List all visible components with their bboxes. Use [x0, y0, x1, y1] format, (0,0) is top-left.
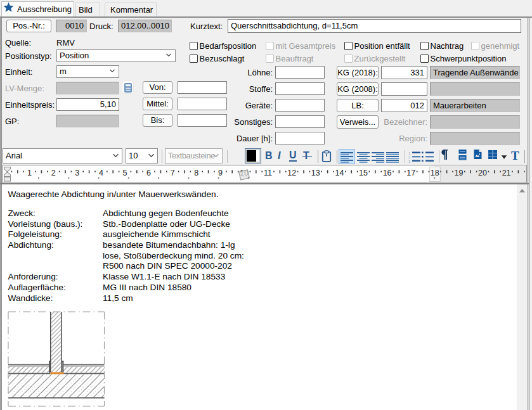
svg-text:5: 5	[123, 169, 127, 177]
svg-text:15: 15	[359, 169, 368, 177]
svg-text:4: 4	[99, 169, 103, 177]
svg-text:17: 17	[406, 169, 415, 177]
svg-text:3: 3	[408, 160, 411, 163]
svg-text:11: 11	[264, 169, 272, 177]
svg-text:9: 9	[218, 169, 223, 177]
svg-text:14: 14	[335, 169, 344, 177]
svg-text:20: 20	[478, 169, 487, 177]
svg-text:1: 1	[408, 151, 411, 155]
svg-text:7: 7	[171, 169, 175, 177]
svg-text:2: 2	[51, 169, 56, 177]
svg-text:8: 8	[194, 169, 198, 177]
svg-text:2: 2	[408, 155, 411, 159]
svg-text:18: 18	[431, 169, 439, 177]
svg-text:19: 19	[454, 169, 463, 177]
svg-text:6: 6	[146, 169, 151, 177]
svg-text:12: 12	[287, 169, 296, 177]
svg-text:21: 21	[502, 169, 511, 177]
svg-text:1: 1	[27, 169, 32, 177]
svg-text:13: 13	[311, 169, 320, 177]
svg-text:16: 16	[383, 169, 392, 177]
svg-text:3: 3	[75, 169, 79, 177]
